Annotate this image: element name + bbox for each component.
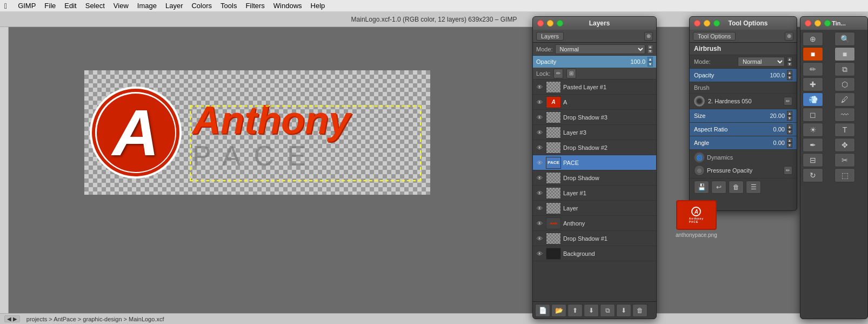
layer-item-dropshadow2[interactable]: 👁 Drop Shadow #2	[533, 140, 656, 155]
layer-merge-button[interactable]: ⬇	[616, 304, 631, 317]
menu-view[interactable]: View	[113, 2, 129, 10]
layers-mode-select[interactable]: Normal	[555, 44, 645, 54]
layer-down-button[interactable]: ⬇	[584, 304, 599, 317]
layer-item-dropshadow3[interactable]: 👁 Drop Shadow #3	[533, 110, 656, 125]
layer-new-button[interactable]: 📄	[535, 304, 550, 317]
tool-options-close-button[interactable]	[694, 20, 700, 27]
menu-windows[interactable]: Windows	[273, 2, 302, 10]
layer-item-dropshadow[interactable]: 👁 Drop Shadow	[533, 170, 656, 186]
layer-visibility-bg[interactable]: 👁	[535, 249, 544, 258]
tool-save-button[interactable]: 💾	[694, 181, 709, 194]
status-pages-btn[interactable]: ◀ ▶	[4, 315, 20, 322]
tool-size-down[interactable]: ▼	[787, 116, 792, 121]
layers-mode-up[interactable]: ▲	[647, 45, 653, 49]
tool-airbrush[interactable]: 💨	[803, 92, 823, 107]
layer-item-pasted[interactable]: 👁 Pasted Layer #1	[533, 80, 656, 95]
tool-opacity-down[interactable]: ▼	[787, 75, 792, 80]
tool-aspect-down[interactable]: ▼	[787, 129, 792, 134]
tool-opacity-spinner[interactable]: ▲ ▼	[787, 70, 792, 80]
tool-eraser[interactable]: ◻	[803, 108, 823, 122]
tool-restore-button[interactable]: ↩	[711, 181, 726, 194]
tool-heal[interactable]: ✚	[803, 77, 823, 91]
tool-size-up[interactable]: ▲	[787, 111, 792, 116]
layer-visibility-anthony[interactable]: 👁	[535, 219, 544, 228]
tool-shear[interactable]: ⬚	[834, 168, 855, 182]
second-close-button[interactable]	[805, 20, 811, 27]
layer-item-pace[interactable]: 👁 PACE PACE	[533, 155, 656, 170]
tool-fg-color[interactable]: ■	[803, 47, 823, 61]
layer-duplicate-button[interactable]: ⧉	[600, 304, 615, 317]
layer-open-button[interactable]: 📂	[551, 304, 566, 317]
dynamics-edit-button[interactable]: ✏	[784, 166, 792, 175]
tool-options-menu-button[interactable]: ☰	[746, 181, 761, 194]
tool-angle-up[interactable]: ▲	[787, 138, 792, 143]
menu-file[interactable]: File	[44, 2, 56, 10]
tool-delete-button[interactable]: 🗑	[729, 181, 744, 194]
layer-visibility-l3[interactable]: 👁	[535, 128, 544, 137]
tool-mode-spinner[interactable]: ▲ ▼	[787, 57, 792, 67]
layer-visibility-l1[interactable]: 👁	[535, 189, 544, 197]
tool-angle-spinner[interactable]: ▲ ▼	[787, 138, 792, 148]
tool-options-expand-button[interactable]: ⊕	[785, 32, 793, 41]
apple-menu[interactable]: 	[4, 2, 7, 10]
layer-visibility-ds2[interactable]: 👁	[535, 143, 544, 152]
tool-rotate[interactable]: ↻	[803, 168, 823, 182]
layers-close-button[interactable]	[537, 20, 544, 27]
menu-gimp[interactable]: GIMP	[18, 2, 36, 10]
tool-aspect-spinner[interactable]: ▲ ▼	[787, 124, 792, 134]
menu-filters[interactable]: Filters	[245, 2, 264, 10]
layer-visibility-ds3[interactable]: 👁	[535, 113, 544, 122]
tool-smudge[interactable]: 〰	[834, 108, 855, 122]
tool-angle-down[interactable]: ▼	[787, 143, 792, 148]
layer-visibility-layer[interactable]: 👁	[535, 204, 544, 213]
layer-item-a[interactable]: 👁 A A	[533, 95, 656, 110]
tool-clone[interactable]: ⧉	[834, 62, 855, 76]
layer-visibility-pasted[interactable]: 👁	[535, 83, 544, 91]
tool-align[interactable]: ⊟	[803, 153, 823, 167]
tool-options-tab[interactable]: Tool Options	[693, 32, 736, 41]
tool-mode-up[interactable]: ▲	[787, 57, 792, 62]
tool-ink[interactable]: 🖊	[834, 92, 855, 107]
layers-expand-button[interactable]: ⊕	[644, 32, 653, 41]
menu-help[interactable]: Help	[311, 2, 325, 10]
menu-image[interactable]: Image	[137, 2, 157, 10]
layers-mode-down[interactable]: ▼	[647, 49, 653, 54]
tool-text[interactable]: T	[834, 123, 855, 137]
layer-visibility-ds[interactable]: 👁	[535, 174, 544, 182]
layer-item-anthony[interactable]: 👁 Anth Anthony	[533, 216, 656, 231]
layers-opacity-spinner[interactable]: ▲ ▼	[647, 57, 653, 67]
tool-mode-down[interactable]: ▼	[787, 62, 792, 67]
menu-select[interactable]: Select	[85, 2, 105, 10]
layer-item-layer[interactable]: 👁 Layer	[533, 201, 656, 216]
layer-item-layer1[interactable]: 👁 Layer #1	[533, 186, 656, 201]
tool-move[interactable]: ✥	[834, 138, 855, 152]
layers-opacity-down[interactable]: ▼	[647, 62, 653, 67]
tool-mode-select[interactable]: Normal	[738, 57, 785, 67]
layers-tab[interactable]: Layers	[536, 32, 564, 41]
tool-opacity-up[interactable]: ▲	[787, 70, 792, 75]
tool-zoom[interactable]: 🔍	[834, 32, 855, 46]
layers-opacity-up[interactable]: ▲	[647, 57, 653, 62]
brush-edit-button[interactable]: ✏	[784, 97, 792, 105]
layer-item-dropshadow1[interactable]: 👁 Drop Shadow #1	[533, 231, 656, 246]
menu-edit[interactable]: Edit	[64, 2, 76, 10]
layer-item-layer3[interactable]: 👁 Layer #3	[533, 125, 656, 140]
tool-dodge[interactable]: ☀	[803, 123, 823, 137]
layers-lock-position-icon[interactable]: ⊞	[566, 69, 576, 78]
layer-visibility-pace[interactable]: 👁	[535, 158, 544, 167]
layers-mode-spinner[interactable]: ▲ ▼	[647, 45, 653, 54]
layer-delete-button[interactable]: 🗑	[632, 304, 647, 317]
layer-up-button[interactable]: ⬆	[567, 304, 583, 317]
layer-visibility-ds1[interactable]: 👁	[535, 234, 544, 243]
tool-path[interactable]: ✒	[803, 138, 823, 152]
tool-aspect-up[interactable]: ▲	[787, 124, 792, 129]
menu-layer[interactable]: Layer	[165, 2, 183, 10]
tool-brush[interactable]: ✏	[803, 62, 823, 76]
menu-colors[interactable]: Colors	[191, 2, 212, 10]
menu-tools[interactable]: Tools	[221, 2, 237, 10]
tool-bg-color[interactable]: ■	[834, 47, 855, 61]
tool-crop[interactable]: ✂	[834, 153, 855, 167]
layers-lock-pixels-icon[interactable]: ✏	[553, 69, 563, 78]
tool-perspective[interactable]: ⬡	[834, 77, 855, 91]
tool-size-spinner[interactable]: ▲ ▼	[787, 111, 792, 121]
